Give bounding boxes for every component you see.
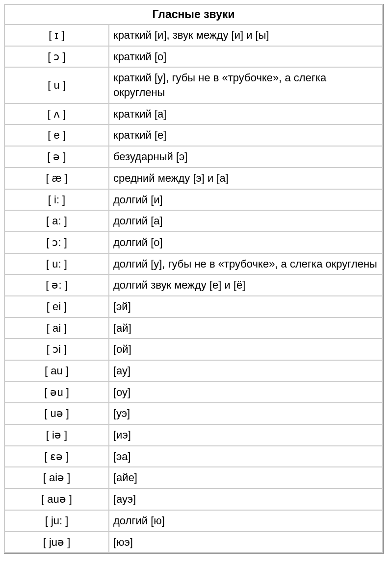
table-row: [ ə: ]долгий звук между [е] и [ё] [5, 275, 382, 295]
table-row: [ ʌ ]краткий [а] [5, 104, 382, 124]
phonetic-description: долгий [а] [109, 211, 382, 231]
phonetic-symbol: [ ju: ] [5, 511, 108, 531]
table-row: [ ju: ]долгий [ю] [5, 511, 382, 531]
table-row: [ i: ]долгий [и] [5, 190, 382, 210]
phonetic-symbol: [ ɔ ] [5, 47, 108, 67]
phonetic-description: [иэ] [109, 425, 382, 445]
table-row: [ uə ][уэ] [5, 403, 382, 424]
table-row: [ aiə ][айе] [5, 467, 382, 488]
phonetic-description: [уэ] [109, 403, 382, 424]
phonetic-description: [оу] [109, 382, 382, 403]
table-row: [ juə ][юэ] [5, 532, 382, 553]
table-row: [ ai ][ай] [5, 318, 382, 339]
table-row: [ æ ]средний между [э] и [а] [5, 168, 382, 189]
phonetic-symbol: [ u ] [5, 68, 108, 102]
phonetic-symbol: [ əu ] [5, 382, 108, 403]
table-row: [ au ][ау] [5, 361, 382, 381]
phonetic-description: [ау] [109, 361, 382, 381]
table-row: [ ɪ ]краткий [и], звук между [и] и [ы] [5, 25, 382, 46]
table-row: [ a: ]долгий [а] [5, 211, 382, 231]
phonetic-symbol: [ ə: ] [5, 275, 108, 295]
phonetic-symbol: [ e ] [5, 125, 108, 146]
phonetic-symbol: [ ai ] [5, 318, 108, 339]
phonetic-description: [юэ] [109, 532, 382, 553]
table-row: [ əu ][оу] [5, 382, 382, 403]
table-row: [ u ]краткий [у], губы не в «трубочке», … [5, 68, 382, 102]
phonetic-symbol: [ ei ] [5, 296, 108, 317]
phonetic-description: краткий [а] [109, 104, 382, 124]
phonetic-symbol: [ a: ] [5, 211, 108, 231]
phonetic-symbol: [ ɪ ] [5, 25, 108, 46]
table-row: [ auə ][ауэ] [5, 489, 382, 510]
phonetic-symbol: [ ɛə ] [5, 446, 108, 467]
phonetic-symbol: [ ʌ ] [5, 104, 108, 124]
table-row: [ iə ][иэ] [5, 425, 382, 445]
phonetic-description: долгий [и] [109, 190, 382, 210]
phonetic-description: краткий [о] [109, 47, 382, 67]
table-title: Гласные звуки [5, 5, 382, 24]
phonetic-description: долгий звук между [е] и [ё] [109, 275, 382, 295]
phonetic-description: краткий [е] [109, 125, 382, 146]
phonetic-symbol: [ æ ] [5, 168, 108, 189]
phonetic-description: средний между [э] и [а] [109, 168, 382, 189]
phonetic-symbol: [ aiə ] [5, 467, 108, 488]
phonetic-description: безударный [э] [109, 147, 382, 167]
phonetic-symbol: [ auə ] [5, 489, 108, 510]
phonetic-symbol: [ u: ] [5, 254, 108, 274]
phonetic-symbol: [ uə ] [5, 403, 108, 424]
table-row: [ u: ]долгий [у], губы не в «трубочке», … [5, 254, 382, 274]
phonetic-symbol: [ juə ] [5, 532, 108, 553]
phonetic-description: долгий [о] [109, 232, 382, 253]
table-row: [ ɛə ][эа] [5, 446, 382, 467]
phonetic-description: [айе] [109, 467, 382, 488]
phonetic-symbol: [ i: ] [5, 190, 108, 210]
phonetic-description: краткий [и], звук между [и] и [ы] [109, 25, 382, 46]
phonetic-description: [эа] [109, 446, 382, 467]
table-row: [ e ]краткий [е] [5, 125, 382, 146]
phonetic-symbol: [ ə ] [5, 147, 108, 167]
table-row: [ ɔi ][ой] [5, 339, 382, 360]
phonetic-description: [ай] [109, 318, 382, 339]
phonetic-symbol: [ ɔ: ] [5, 232, 108, 253]
phonetic-description: долгий [ю] [109, 511, 382, 531]
phonetic-symbol: [ ɔi ] [5, 339, 108, 360]
phonetic-description: [ой] [109, 339, 382, 360]
phonetic-symbol: [ au ] [5, 361, 108, 381]
phonetic-description: краткий [у], губы не в «трубочке», а сле… [109, 68, 382, 102]
phonetic-symbol: [ iə ] [5, 425, 108, 445]
table-row: [ ei ][эй] [5, 296, 382, 317]
table-row: [ ɔ: ]долгий [о] [5, 232, 382, 253]
table-row: [ ə ]безударный [э] [5, 147, 382, 167]
vowel-sounds-table: Гласные звуки [ ɪ ]краткий [и], звук меж… [4, 4, 384, 554]
phonetic-description: [ауэ] [109, 489, 382, 510]
phonetic-description: [эй] [109, 296, 382, 317]
table-row: [ ɔ ]краткий [о] [5, 47, 382, 67]
phonetic-description: долгий [у], губы не в «трубочке», а слег… [109, 254, 382, 274]
